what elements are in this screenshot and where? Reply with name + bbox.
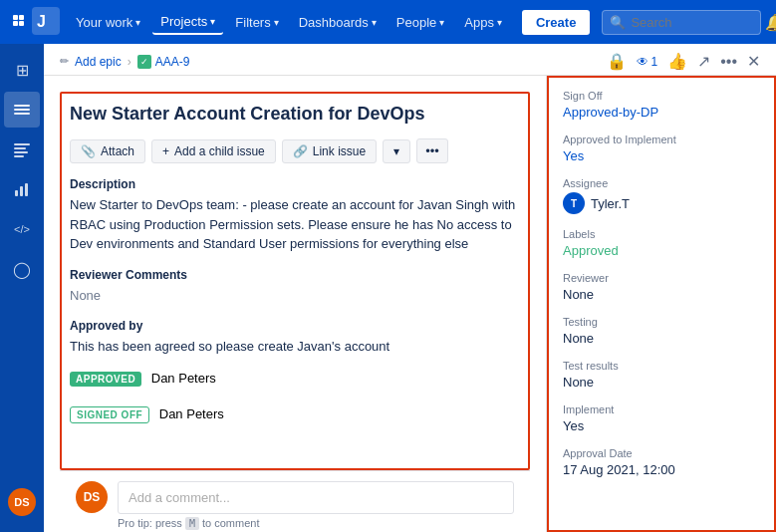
issue-left-panel: New Starter Account Creation for DevOps … (44, 76, 547, 532)
description-text: New Starter to DevOps team: - please cre… (70, 195, 520, 254)
test-results-value: None (563, 375, 760, 390)
reviewer-comments-section: Reviewer Comments None (70, 268, 520, 306)
thumbsup-icon[interactable]: 👍 (667, 52, 687, 71)
meta-labels: Labels Approved (563, 228, 760, 258)
breadcrumb-bar: ✏ Add epic › ✓ AAA-9 🔒 👁 1 👍 ↗ ••• ✕ (44, 44, 776, 76)
issue-id-link[interactable]: AAA-9 (155, 55, 190, 69)
content-area: ✏ Add epic › ✓ AAA-9 🔒 👁 1 👍 ↗ ••• ✕ (44, 44, 776, 532)
approved-implement-value[interactable]: Yes (563, 148, 760, 163)
nav-apps[interactable]: Apps ▾ (456, 11, 510, 34)
lock-icon[interactable]: 🔒 (607, 52, 627, 71)
testing-value: None (563, 331, 760, 346)
approval-date-label: Approval Date (563, 447, 760, 459)
sidebar-icon-backlog[interactable] (4, 132, 40, 167)
notifications-icon[interactable]: 🔔 (765, 6, 776, 38)
testing-label: Testing (563, 316, 760, 328)
reviewer-value: None (563, 287, 760, 302)
svg-rect-8 (14, 113, 30, 115)
labels-value[interactable]: Approved (563, 243, 760, 258)
search-input[interactable] (602, 10, 761, 35)
issue-title: New Starter Account Creation for DevOps (70, 102, 520, 127)
breadcrumb-separator: › (128, 55, 131, 69)
comment-key: M (185, 517, 199, 530)
meta-reviewer: Reviewer None (563, 272, 760, 302)
more-icon[interactable]: ••• (720, 53, 737, 71)
edit-icon: ✏ (60, 55, 69, 68)
issue-content: New Starter Account Creation for DevOps … (44, 76, 776, 532)
sign-off-label: Sign Off (563, 90, 760, 102)
issue-toolbar: 📎 Attach + Add a child issue 🔗 Link issu… (70, 138, 520, 163)
sidebar-icon-releases[interactable]: ◯ (4, 251, 40, 287)
svg-rect-2 (13, 21, 18, 26)
approved-row: APPROVED Dan Peters (70, 371, 520, 387)
signed-off-badge: SIGNED OFF (70, 406, 149, 423)
svg-rect-9 (14, 143, 30, 145)
sidebar-icon-board[interactable] (4, 92, 40, 128)
jira-logo[interactable]: J (32, 7, 60, 37)
eye-icon: 👁 (637, 55, 648, 69)
labels-label: Labels (563, 228, 760, 240)
svg-rect-12 (14, 155, 24, 157)
user-avatar[interactable]: DS (8, 488, 36, 516)
top-navigation: J Your work ▾ Projects ▾ Filters ▾ Dashb… (0, 0, 776, 44)
breadcrumb-actions: 🔒 👁 1 👍 ↗ ••• ✕ (607, 52, 761, 71)
issue-badge: ✓ AAA-9 (137, 55, 190, 69)
dropdown-button[interactable]: ▾ (383, 139, 410, 163)
main-layout: ⊞ </> ◯ DS ✏ Add epic › ✓ A (0, 44, 776, 532)
left-sidebar: ⊞ </> ◯ DS (0, 44, 44, 532)
nav-people[interactable]: People ▾ (388, 11, 452, 34)
meta-testing: Testing None (563, 316, 760, 346)
sidebar-icon-home[interactable]: ⊞ (4, 52, 40, 88)
comment-input[interactable]: Add a comment... (118, 481, 514, 514)
reviewer-comments-value: None (70, 286, 520, 306)
meta-test-results: Test results None (563, 360, 760, 390)
comment-area: DS Add a comment... Pro tip: press M to … (60, 470, 530, 532)
nav-your-work[interactable]: Your work ▾ (68, 11, 148, 34)
implement-label: Implement (563, 403, 760, 415)
meta-assignee: Assignee T Tyler.T (563, 177, 760, 214)
nav-filters[interactable]: Filters ▾ (227, 11, 286, 34)
add-epic-link[interactable]: Add epic (75, 55, 122, 69)
more-options-button[interactable]: ••• (416, 138, 448, 163)
approved-by-section: Approved by This has been agreed so plea… (70, 319, 520, 387)
sign-off-value[interactable]: Approved-by-DP (563, 105, 760, 120)
meta-implement: Implement Yes (563, 403, 760, 433)
signed-off-row: SIGNED OFF Dan Peters (70, 406, 520, 423)
svg-rect-7 (14, 109, 30, 111)
close-icon[interactable]: ✕ (747, 52, 760, 71)
svg-rect-6 (14, 105, 30, 107)
svg-rect-3 (19, 21, 24, 26)
nav-dashboards[interactable]: Dashboards ▾ (291, 11, 385, 34)
watch-count[interactable]: 👁 1 (637, 55, 658, 69)
sidebar-icon-code[interactable]: </> (4, 211, 40, 247)
chevron-down-icon: ▾ (372, 17, 377, 28)
create-button[interactable]: Create (522, 10, 590, 35)
grid-icon[interactable] (12, 8, 28, 36)
meta-sign-off: Sign Off Approved-by-DP (563, 90, 760, 120)
svg-rect-10 (14, 147, 26, 149)
sidebar-icon-reports[interactable] (4, 171, 40, 207)
approved-by-label: Approved by (70, 319, 520, 333)
assignee-label: Assignee (563, 177, 760, 189)
approved-badge: APPROVED (70, 372, 141, 387)
attach-button[interactable]: 📎 Attach (70, 139, 145, 163)
nav-projects[interactable]: Projects ▾ (152, 10, 223, 35)
svg-rect-11 (14, 151, 28, 153)
svg-rect-0 (13, 15, 18, 20)
meta-approved-implement: Approved to Implement Yes (563, 133, 760, 163)
signed-name: Dan Peters (159, 406, 224, 421)
link-issue-button[interactable]: 🔗 Link issue (282, 139, 377, 163)
share-icon[interactable]: ↗ (697, 52, 710, 71)
comment-tip: Pro tip: press M to comment (118, 517, 514, 529)
child-icon: + (162, 144, 169, 158)
reviewer-comments-label: Reviewer Comments (70, 268, 520, 282)
chevron-down-icon: ▾ (439, 17, 444, 28)
approved-by-text: This has been agreed so please create Ja… (70, 337, 520, 357)
assignee-name: Tyler.T (591, 196, 630, 211)
assignee-row: T Tyler.T (563, 192, 760, 214)
issue-type-icon: ✓ (137, 55, 151, 69)
approval-date-value: 17 Aug 2021, 12:00 (563, 462, 760, 477)
approved-name: Dan Peters (151, 371, 216, 386)
add-child-issue-button[interactable]: + Add a child issue (151, 139, 276, 163)
reviewer-label: Reviewer (563, 272, 760, 284)
